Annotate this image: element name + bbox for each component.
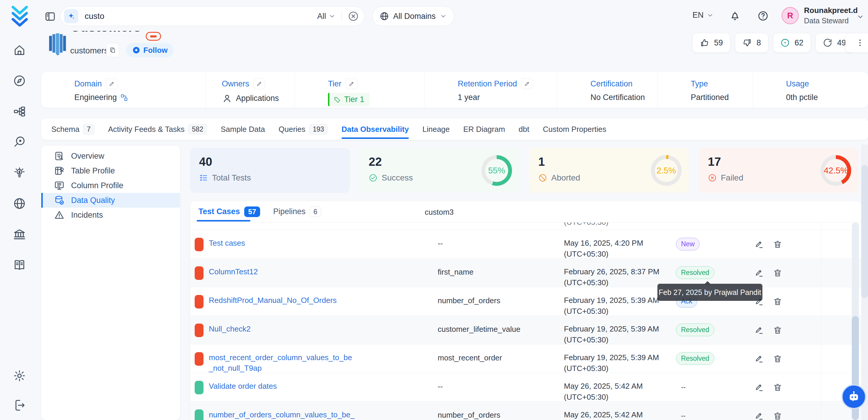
metadata-column: Owners Applications	[206, 72, 295, 108]
all-domains-label: All Domains	[393, 12, 436, 21]
tab-pipelines[interactable]: Pipelines 6	[273, 206, 321, 217]
edit-icon[interactable]	[754, 268, 764, 278]
insights-bulb-icon[interactable]	[13, 167, 26, 179]
follow-label: Follow	[143, 46, 167, 55]
date-cell: May 26, 2025, 5:42 AM	[564, 409, 676, 420]
search-clear-icon[interactable]	[348, 11, 359, 22]
settings-gear-icon[interactable]	[13, 369, 26, 382]
stat-button[interactable]: 59	[692, 33, 730, 53]
search-query-text[interactable]: custo	[85, 11, 317, 21]
home-icon[interactable]	[13, 44, 26, 57]
test-case-link[interactable]: Null_check2	[209, 324, 356, 334]
entity-tab[interactable]: Schema 7	[51, 119, 94, 140]
stat-value: 62	[795, 38, 803, 48]
checklist-icon	[199, 173, 208, 182]
tab-test-cases[interactable]: Test Cases 57	[198, 206, 260, 217]
notifications-bell-icon[interactable]	[729, 10, 741, 22]
deprecated-badge-icon	[146, 32, 161, 41]
edit-icon[interactable]	[106, 79, 118, 89]
page-scrollbar-thumb[interactable]	[861, 165, 868, 298]
summary-label: Total Tests	[212, 173, 251, 183]
all-domains-button[interactable]: All Domains	[372, 6, 454, 26]
row-actions	[754, 411, 782, 420]
entity-tab[interactable]: Activity Feeds & Tasks 582	[108, 119, 207, 140]
global-search-input[interactable]: custo All	[60, 6, 365, 26]
test-case-link[interactable]: RedshiftProd_Manual_No_Of_Orders	[209, 295, 356, 305]
edit-icon[interactable]	[346, 79, 358, 89]
delete-icon[interactable]	[773, 268, 782, 278]
edit-icon[interactable]	[754, 239, 764, 249]
edit-icon[interactable]	[754, 325, 764, 335]
stat-value: 8	[756, 38, 761, 48]
edit-icon[interactable]	[521, 79, 533, 89]
observability-search-icon[interactable]	[13, 136, 26, 149]
profiler-menu-item[interactable]: Table Profile	[41, 163, 180, 178]
table-profile-icon	[54, 166, 65, 176]
resolution-tooltip: Feb 27, 2025 by Prajwal Pandit	[657, 284, 763, 301]
delete-icon[interactable]	[773, 325, 782, 335]
follow-button[interactable]: Follow	[126, 43, 174, 57]
check-circle-icon	[369, 173, 377, 182]
ai-sparkle-chip[interactable]	[64, 9, 78, 23]
row-actions	[754, 383, 782, 392]
edit-icon[interactable]	[754, 354, 764, 364]
percentage-donut: 55%	[481, 155, 512, 186]
entity-tab[interactable]: Custom Properties	[543, 119, 607, 140]
column-cell: number_of_orders	[438, 411, 500, 420]
edit-icon[interactable]	[253, 79, 265, 89]
user-avatar[interactable]: R	[782, 7, 799, 24]
delete-icon[interactable]	[773, 297, 782, 306]
user-menu-chevron-icon[interactable]	[857, 13, 864, 21]
test-case-link[interactable]: Validate order dates	[209, 381, 356, 391]
edit-icon[interactable]	[754, 411, 764, 420]
metadata-column: Domain Engineering	[41, 72, 206, 108]
tab-label: dbt	[519, 125, 529, 134]
governance-bank-icon[interactable]	[13, 228, 26, 241]
stat-button[interactable]: 8	[735, 33, 768, 53]
stat-button[interactable]: 62	[773, 33, 811, 53]
explore-compass-icon[interactable]	[13, 74, 26, 87]
pipelines-label: Pipelines	[273, 207, 306, 216]
tab-label: Data Observability	[342, 125, 409, 134]
status-indicator	[195, 381, 204, 394]
tab-count-badge: 193	[309, 124, 328, 134]
summary-label: Failed	[721, 173, 743, 183]
domains-globe-icon[interactable]	[13, 197, 26, 210]
test-case-link[interactable]: Test cases	[209, 238, 356, 248]
metadata-label: Usage	[786, 79, 809, 88]
help-icon[interactable]	[757, 10, 769, 22]
chatbot-button[interactable]	[841, 384, 866, 409]
entity-tab[interactable]: Queries 193	[278, 119, 328, 140]
profiler-menu-item[interactable]: Column Profile	[41, 178, 180, 193]
search-scope-dropdown[interactable]: All	[317, 12, 335, 21]
app-logo-icon[interactable]	[11, 5, 29, 28]
entity-tab[interactable]: Lineage	[422, 119, 450, 140]
domain-link-icon	[120, 94, 128, 101]
language-selector[interactable]: EN	[692, 11, 714, 20]
chevron-down-icon	[707, 12, 714, 19]
entity-tab[interactable]: Sample Data	[221, 119, 265, 140]
profiler-menu-item[interactable]: Incidents	[41, 208, 180, 222]
delete-icon[interactable]	[773, 354, 782, 364]
logout-icon[interactable]	[13, 399, 26, 412]
entity-tab[interactable]: Data Observability	[342, 119, 409, 140]
lineage-flow-icon[interactable]	[13, 105, 26, 118]
profiler-menu-item[interactable]: Overview	[41, 149, 180, 163]
sidebar-collapse-icon[interactable]	[44, 11, 56, 22]
copy-button[interactable]	[106, 43, 119, 57]
entity-tab[interactable]: dbt	[519, 119, 529, 140]
delete-icon[interactable]	[773, 411, 782, 420]
entity-tab[interactable]: ER Diagram	[463, 119, 505, 140]
summary-card: 22 Success 55%	[360, 148, 519, 193]
tab-count-badge: 582	[188, 124, 207, 134]
edit-icon[interactable]	[754, 383, 764, 392]
test-case-link[interactable]: number_of_orders_column_values_to_be_	[209, 409, 356, 420]
delete-icon[interactable]	[773, 239, 782, 249]
delete-icon[interactable]	[773, 383, 782, 392]
test-case-link[interactable]: ColumnTest12	[209, 266, 356, 277]
profiler-menu-item[interactable]: Data Quality	[41, 193, 180, 208]
date-text: May 16, 2025, 4:20 PM	[564, 239, 643, 247]
more-actions-button[interactable]	[845, 33, 868, 53]
test-case-link[interactable]: most_recent_order_column_values_to_be_no…	[209, 352, 356, 373]
glossary-book-icon[interactable]	[13, 258, 26, 271]
